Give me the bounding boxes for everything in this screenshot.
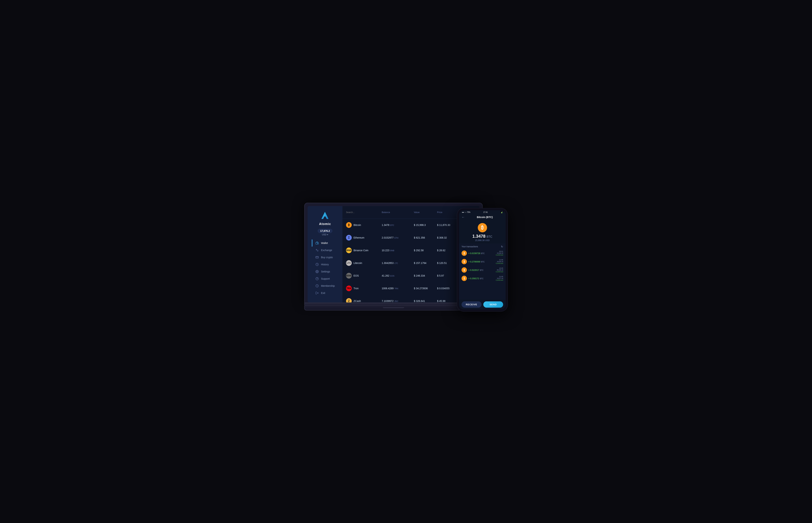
laptop-base bbox=[304, 306, 483, 310]
value-header: Value bbox=[414, 211, 437, 214]
balance-unit: EOS bbox=[390, 275, 394, 277]
coin-name: EOS bbox=[354, 274, 359, 277]
search-input[interactable] bbox=[346, 211, 382, 214]
balance-cell: 1.3478 BTC bbox=[382, 223, 414, 227]
tx-amount: + 0.0159728 BTC bbox=[468, 252, 494, 255]
scene: Atomic 17,876.2 USD ▾ Wallet bbox=[304, 197, 508, 326]
coin-name: ZCash bbox=[354, 300, 361, 303]
buy-crypto-label: Buy crypto bbox=[321, 256, 333, 259]
sidebar-item-history[interactable]: History bbox=[312, 261, 338, 268]
value-cell: $ 15,998.3 bbox=[414, 223, 437, 227]
btc-icon: ₿ bbox=[346, 222, 352, 228]
list-item[interactable]: ₿ + 0.522017 BTC 13:2506.08.19 Confirmed bbox=[460, 266, 504, 274]
exit-icon bbox=[315, 291, 319, 295]
balance-badge: 17,876.2 bbox=[318, 229, 332, 233]
phone-signal: ●● ↑↓ 73% bbox=[462, 211, 471, 213]
settings-icon bbox=[315, 270, 319, 273]
coin-name: Ethereum bbox=[354, 236, 365, 239]
list-item[interactable]: ₿ + 0.0159728 BTC 23:2123.08.19 Confirme… bbox=[460, 249, 504, 257]
balance-unit: BNB bbox=[390, 250, 394, 252]
receive-button[interactable]: RECEIVE bbox=[461, 301, 481, 308]
phone-tx-list: ₿ + 0.0159728 BTC 23:2123.08.19 Confirme… bbox=[459, 249, 506, 300]
balance-amount: 7.1039972 bbox=[382, 300, 393, 303]
currency-selector[interactable]: USD ▾ bbox=[322, 233, 328, 236]
coin-name: Binance Coin bbox=[354, 249, 368, 252]
sidebar-item-support[interactable]: Support bbox=[312, 275, 338, 282]
atomic-logo-icon bbox=[320, 210, 330, 221]
phone-outer: ●● ↑↓ 73% 17:41 🔋 ← Bitcoin (BTC) ₿ 1.34… bbox=[457, 208, 508, 311]
value-cell: $ 246.334 bbox=[414, 274, 437, 277]
phone-coin-hero: ₿ 1.3478 BTC 15,998.38 USD bbox=[459, 220, 506, 244]
balance-cell: 41.262 EOS bbox=[382, 274, 414, 277]
send-button[interactable]: SEND bbox=[483, 301, 503, 308]
app-name: Atomic bbox=[319, 222, 331, 226]
tx-amount: + 0.522017 BTC bbox=[468, 268, 494, 272]
history-label: History bbox=[321, 263, 329, 266]
ltc-icon: LTC bbox=[346, 260, 352, 266]
phone-coin-value: 1.3478 bbox=[472, 234, 486, 239]
sidebar-item-membership[interactable]: Membership bbox=[312, 282, 338, 289]
balance-cell: 2.0152977 ETH bbox=[382, 236, 414, 239]
balance-amount: 1006.4289 bbox=[382, 287, 393, 290]
balance-cell: 1.3042853 LTC bbox=[382, 262, 414, 265]
tx-status: Confirmed bbox=[496, 271, 503, 273]
phone-tx-title: Your transactions bbox=[461, 245, 478, 248]
phone-coin-amount: 1.3478 BTC bbox=[472, 234, 492, 239]
phone-coin-usd: 15,998.38 USD bbox=[475, 239, 490, 241]
coin-name: Litecoin bbox=[354, 262, 362, 265]
list-item[interactable]: ₿ + 0.358172 BTC 21:0519.07.19 Confirmed bbox=[460, 274, 504, 283]
phone-screen: ●● ↑↓ 73% 17:41 🔋 ← Bitcoin (BTC) ₿ 1.34… bbox=[459, 210, 506, 309]
phone-coin-unit: BTC bbox=[487, 235, 492, 238]
phone-status-bar: ●● ↑↓ 73% 17:41 🔋 bbox=[459, 210, 506, 214]
svg-point-2 bbox=[317, 243, 318, 244]
exit-label: Exit bbox=[321, 292, 325, 294]
balance-amount: 2.0152977 bbox=[382, 236, 393, 239]
exchange-icon bbox=[315, 248, 319, 252]
trx-icon: TRX bbox=[346, 286, 352, 291]
sidebar-item-exchange[interactable]: Exchange bbox=[312, 247, 338, 254]
tx-info: + 0.2706069 BTC bbox=[468, 260, 494, 263]
eos-icon: EOS bbox=[346, 273, 352, 278]
phone-tx-header: Your transactions ↻ bbox=[459, 244, 506, 249]
support-label: Support bbox=[321, 277, 330, 280]
tx-meta: 13:2506.08.19 Confirmed bbox=[496, 267, 503, 273]
tx-status: Confirmed bbox=[496, 263, 503, 264]
balance-unit: ETH bbox=[394, 237, 398, 239]
coin-name-cell: Ξ Ethereum bbox=[346, 235, 382, 240]
bnb-icon: BNB bbox=[346, 248, 352, 253]
search-cell[interactable] bbox=[346, 211, 382, 214]
coin-name-cell: ₿ Bitcoin bbox=[346, 222, 382, 228]
tx-meta: 21:0519.07.19 Confirmed bbox=[496, 276, 503, 281]
coin-name: Tron bbox=[354, 287, 358, 290]
balance-unit: ZEC bbox=[394, 300, 398, 302]
logo-container: Atomic bbox=[319, 210, 331, 226]
tx-amount: + 0.358172 BTC bbox=[468, 277, 494, 280]
sidebar: Atomic 17,876.2 USD ▾ Wallet bbox=[307, 206, 342, 303]
coin-name: Bitcoin bbox=[354, 223, 361, 227]
eth-icon: Ξ bbox=[346, 235, 352, 240]
tx-coin-icon: ₿ bbox=[461, 267, 467, 273]
tx-coin-icon: ₿ bbox=[461, 276, 467, 281]
phone: ●● ↑↓ 73% 17:41 🔋 ← Bitcoin (BTC) ₿ 1.34… bbox=[457, 208, 508, 311]
tx-info: + 0.0159728 BTC bbox=[468, 252, 494, 255]
sidebar-item-wallet[interactable]: Wallet bbox=[312, 239, 338, 247]
phone-time: 17:41 bbox=[483, 211, 488, 213]
svg-point-6 bbox=[317, 271, 318, 272]
value-cell: $ 621.356 bbox=[414, 236, 437, 239]
phone-back-button[interactable]: ← bbox=[461, 215, 465, 219]
tx-time: 13:2506.08.19 bbox=[496, 267, 503, 271]
list-item[interactable]: ₿ + 0.2706069 BTC 21:0519.08.19 Confirme… bbox=[460, 257, 504, 266]
tx-time: 23:2123.08.19 bbox=[496, 251, 503, 254]
sidebar-item-settings[interactable]: Settings bbox=[312, 268, 338, 275]
phone-refresh-button[interactable]: ↻ bbox=[501, 245, 503, 248]
settings-label: Settings bbox=[321, 270, 330, 273]
sidebar-item-buy-crypto[interactable]: Buy crypto bbox=[312, 254, 338, 261]
tx-time: 21:0519.08.19 bbox=[496, 259, 503, 263]
value-cell: $ 292.58 bbox=[414, 249, 437, 252]
tx-info: + 0.522017 BTC bbox=[468, 268, 494, 272]
laptop-screen: Atomic 17,876.2 USD ▾ Wallet bbox=[307, 206, 479, 303]
sidebar-item-exit[interactable]: Exit bbox=[312, 289, 338, 296]
tx-info: + 0.358172 BTC bbox=[468, 277, 494, 280]
balance-amount: 10.223 bbox=[382, 249, 389, 252]
laptop-screen-outer: Atomic 17,876.2 USD ▾ Wallet bbox=[304, 203, 483, 303]
